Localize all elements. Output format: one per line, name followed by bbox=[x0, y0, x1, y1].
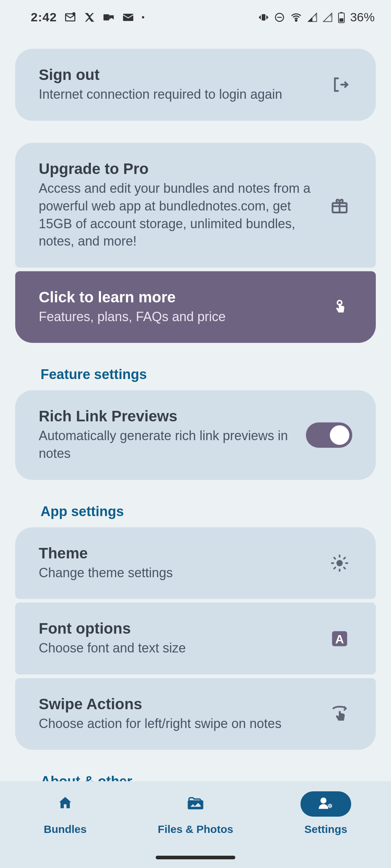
rich-link-sub: Automatically generate rich link preview… bbox=[39, 427, 295, 462]
sun-icon bbox=[327, 554, 352, 573]
dnd-icon bbox=[274, 12, 285, 23]
sign-out-row[interactable]: Sign out Internet connection required to… bbox=[15, 49, 376, 121]
x-icon bbox=[84, 12, 95, 23]
section-feature-settings: Feature settings bbox=[15, 349, 376, 384]
svg-point-30 bbox=[329, 804, 331, 807]
upgrade-pro-row[interactable]: Upgrade to Pro Access and edit your bund… bbox=[15, 143, 376, 267]
swipe-icon bbox=[327, 705, 352, 723]
swipe-title: Swipe Actions bbox=[39, 695, 316, 713]
svg-rect-11 bbox=[340, 12, 342, 13]
battery-percent: 36% bbox=[350, 10, 375, 24]
upgrade-sub: Access and edit your bundles and notes f… bbox=[39, 180, 316, 250]
svg-point-29 bbox=[320, 797, 326, 803]
nav-bundles-label: Bundles bbox=[44, 823, 87, 835]
status-right: ! ! 36% bbox=[258, 10, 375, 24]
swipe-sub: Choose action for left/right swipe on no… bbox=[39, 715, 316, 733]
section-about: About & other bbox=[15, 756, 376, 781]
nav-bundles[interactable]: Bundles bbox=[7, 791, 123, 835]
theme-title: Theme bbox=[39, 545, 316, 562]
svg-rect-28 bbox=[188, 800, 203, 809]
svg-rect-2 bbox=[104, 14, 109, 20]
outlook-icon bbox=[102, 11, 115, 24]
gift-icon bbox=[327, 196, 352, 215]
status-time: 2:42 bbox=[31, 10, 57, 24]
toggle-knob bbox=[330, 425, 349, 445]
svg-text:A: A bbox=[335, 632, 344, 646]
learn-more-sub: Features, plans, FAQs and price bbox=[39, 308, 316, 326]
learn-more-row[interactable]: Click to learn more Features, plans, FAQ… bbox=[15, 271, 376, 343]
wifi-icon bbox=[290, 11, 302, 24]
nav-settings[interactable]: Settings bbox=[268, 791, 384, 835]
svg-line-23 bbox=[344, 567, 345, 569]
nav-files[interactable]: Files & Photos bbox=[138, 791, 253, 835]
touch-icon bbox=[327, 298, 352, 316]
mail-icon bbox=[122, 11, 134, 24]
gesture-bar[interactable] bbox=[156, 856, 235, 859]
svg-point-1 bbox=[72, 12, 76, 15]
rich-link-toggle[interactable] bbox=[306, 422, 352, 448]
signal-2-icon: ! bbox=[323, 12, 333, 22]
vibrate-icon bbox=[258, 12, 269, 23]
upgrade-title: Upgrade to Pro bbox=[39, 160, 316, 178]
home-icon bbox=[57, 795, 73, 813]
rich-link-title: Rich Link Previews bbox=[39, 408, 295, 425]
status-bar: 2:42 • ! ! 36% bbox=[0, 0, 391, 34]
svg-text:!: ! bbox=[315, 13, 316, 18]
status-left: 2:42 • bbox=[31, 10, 144, 24]
section-app-settings: App settings bbox=[15, 486, 376, 521]
rich-link-row[interactable]: Rich Link Previews Automatically generat… bbox=[15, 390, 376, 480]
svg-point-17 bbox=[336, 560, 342, 566]
mail-outline-icon bbox=[64, 11, 76, 24]
bottom-nav: Bundles Files & Photos Settings bbox=[0, 781, 391, 868]
files-icon bbox=[186, 795, 205, 813]
svg-line-25 bbox=[344, 558, 345, 559]
settings-content: Sign out Internet connection required to… bbox=[0, 34, 391, 781]
dot-icon: • bbox=[142, 12, 144, 22]
svg-rect-3 bbox=[123, 14, 133, 21]
learn-more-title: Click to learn more bbox=[39, 289, 316, 306]
theme-row[interactable]: Theme Change theme settings bbox=[15, 527, 376, 599]
signal-1-icon: ! bbox=[307, 12, 318, 22]
font-title: Font options bbox=[39, 620, 316, 637]
svg-line-22 bbox=[334, 558, 335, 559]
svg-rect-12 bbox=[340, 18, 344, 21]
swipe-actions-row[interactable]: Swipe Actions Choose action for left/rig… bbox=[15, 678, 376, 750]
svg-line-24 bbox=[334, 567, 335, 569]
svg-point-7 bbox=[295, 20, 297, 21]
font-options-row[interactable]: Font options Choose font and text size A bbox=[15, 603, 376, 675]
svg-rect-4 bbox=[262, 14, 265, 21]
sign-out-title: Sign out bbox=[39, 66, 316, 84]
settings-icon bbox=[318, 796, 334, 813]
theme-sub: Change theme settings bbox=[39, 564, 316, 582]
font-icon: A bbox=[327, 630, 352, 648]
battery-icon bbox=[338, 12, 345, 23]
font-sub: Choose font and text size bbox=[39, 639, 316, 657]
sign-out-icon bbox=[327, 75, 352, 94]
sign-out-sub: Internet connection required to login ag… bbox=[39, 86, 316, 103]
svg-text:!: ! bbox=[330, 13, 332, 18]
nav-settings-label: Settings bbox=[304, 823, 347, 835]
nav-files-label: Files & Photos bbox=[158, 823, 233, 835]
